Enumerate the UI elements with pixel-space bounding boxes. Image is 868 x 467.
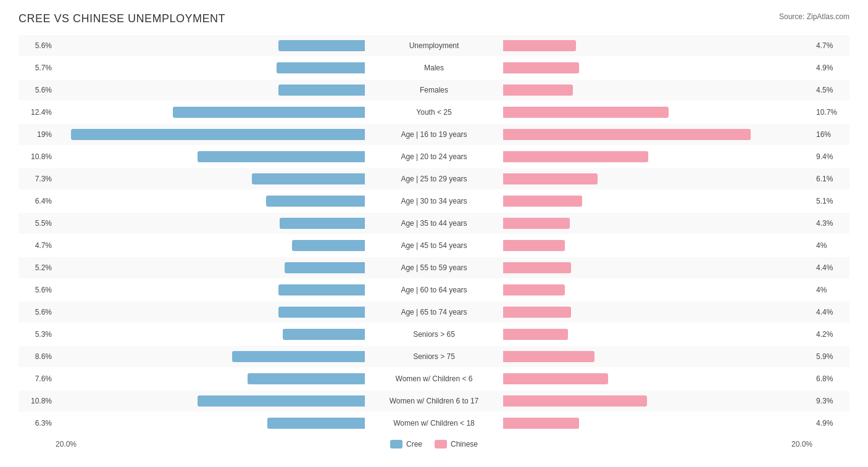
chart-row: 5.6% Age | 65 to 74 years 4.4% (19, 302, 849, 323)
row-label: Age | 35 to 44 years (366, 219, 502, 228)
right-value: 4.9% (812, 64, 849, 72)
bars-wrapper: Males (56, 57, 812, 78)
cree-bar (277, 62, 365, 73)
chinese-bar (503, 395, 647, 407)
cree-bar (292, 240, 365, 251)
chart-row: 19% Age | 16 to 19 years 16% (19, 124, 849, 145)
left-axis-label: 20.0% (56, 440, 77, 448)
chart-row: 5.6% Females 4.5% (19, 80, 849, 101)
cree-bar (71, 129, 365, 140)
bars-wrapper: Age | 55 to 59 years (56, 257, 812, 278)
legend-label-chinese: Chinese (451, 440, 478, 448)
chart-title: CREE VS CHINESE UNEMPLOYMENT (19, 12, 225, 25)
bars-wrapper: Seniors > 65 (56, 324, 812, 345)
legend: Cree Chinese (390, 440, 478, 448)
left-bar-container (56, 105, 366, 119)
right-bar-container (502, 261, 812, 275)
left-bar-container (56, 305, 366, 319)
right-value: 9.3% (812, 397, 849, 405)
chart-body: 5.6% Unemployment 4.7% 5.7% Males 4.9% 5… (19, 35, 849, 434)
right-bar-container (502, 105, 812, 119)
left-bar-container (56, 194, 366, 208)
left-bar-container (56, 261, 366, 275)
legend-label-cree: Cree (406, 440, 422, 448)
legend-item-chinese: Chinese (435, 440, 478, 448)
left-value: 5.3% (19, 330, 56, 339)
chinese-bar (503, 262, 571, 273)
cree-bar (198, 395, 365, 407)
chinese-bar (503, 373, 608, 384)
row-label: Age | 60 to 64 years (366, 286, 502, 294)
chinese-bar (503, 284, 565, 295)
chart-row: 6.4% Age | 30 to 34 years 5.1% (19, 191, 849, 212)
chart-row: 5.7% Males 4.9% (19, 57, 849, 78)
cree-bar (252, 173, 365, 184)
left-value: 8.6% (19, 352, 56, 361)
row-label: Seniors > 75 (366, 352, 502, 361)
cree-bar (280, 218, 365, 229)
cree-bar (232, 351, 365, 362)
cree-bar (278, 307, 365, 318)
left-value: 5.6% (19, 308, 56, 316)
chinese-bar (503, 418, 579, 429)
bars-wrapper: Age | 20 to 24 years (56, 146, 812, 167)
left-bar-container (56, 172, 366, 186)
chart-row: 5.6% Age | 60 to 64 years 4% (19, 279, 849, 300)
row-label: Women w/ Children 6 to 17 (366, 397, 502, 405)
bars-wrapper: Age | 16 to 19 years (56, 124, 812, 145)
bars-wrapper: Females (56, 80, 812, 101)
cree-bar (278, 284, 365, 295)
chart-footer: 20.0% Cree Chinese 20.0% (19, 440, 849, 448)
chinese-bar (503, 329, 568, 340)
cree-bar (283, 329, 365, 340)
chart-row: 5.6% Unemployment 4.7% (19, 35, 849, 56)
bars-wrapper: Women w/ Children < 18 (56, 413, 812, 434)
bars-wrapper: Women w/ Children < 6 (56, 368, 812, 389)
chart-row: 10.8% Women w/ Children 6 to 17 9.3% (19, 391, 849, 411)
left-bar-container (56, 372, 366, 386)
chinese-bar (503, 351, 595, 362)
bars-wrapper: Youth < 25 (56, 102, 812, 123)
cree-bar (278, 85, 365, 96)
chart-header: CREE VS CHINESE UNEMPLOYMENT Source: Zip… (19, 12, 849, 25)
left-value: 5.5% (19, 219, 56, 228)
right-bar-container (502, 283, 812, 297)
chart-row: 5.5% Age | 35 to 44 years 4.3% (19, 213, 849, 234)
left-bar-container (56, 416, 366, 430)
right-value: 6.1% (812, 175, 849, 183)
chinese-bar (503, 40, 576, 51)
bars-wrapper: Age | 35 to 44 years (56, 213, 812, 234)
chart-row: 10.8% Age | 20 to 24 years 9.4% (19, 146, 849, 167)
right-value: 4.2% (812, 330, 849, 339)
chart-container: CREE VS CHINESE UNEMPLOYMENT Source: Zip… (19, 12, 849, 448)
bars-wrapper: Women w/ Children 6 to 17 (56, 391, 812, 411)
chart-source: Source: ZipAtlas.com (779, 12, 849, 21)
left-value: 5.2% (19, 263, 56, 272)
row-label: Youth < 25 (366, 108, 502, 117)
left-value: 12.4% (19, 108, 56, 117)
right-bar-container (502, 39, 812, 52)
left-bar-container (56, 217, 366, 230)
right-value: 5.9% (812, 352, 849, 361)
legend-color-chinese (435, 440, 447, 448)
left-bar-container (56, 328, 366, 341)
chart-row: 5.3% Seniors > 65 4.2% (19, 324, 849, 345)
chart-row: 5.2% Age | 55 to 59 years 4.4% (19, 257, 849, 278)
left-value: 7.3% (19, 175, 56, 183)
right-value: 4% (812, 286, 849, 294)
row-label: Age | 20 to 24 years (366, 152, 502, 161)
cree-bar (278, 40, 365, 51)
right-bar-container (502, 150, 812, 163)
left-bar-container (56, 150, 366, 163)
left-value: 5.7% (19, 64, 56, 72)
chart-row: 7.6% Women w/ Children < 6 6.8% (19, 368, 849, 389)
chinese-bar (503, 129, 751, 140)
chart-row: 8.6% Seniors > 75 5.9% (19, 346, 849, 367)
right-bar-container (502, 172, 812, 186)
left-bar-container (56, 128, 366, 141)
chinese-bar (503, 173, 598, 184)
right-bar-container (502, 61, 812, 75)
row-label: Age | 16 to 19 years (366, 130, 502, 139)
left-value: 5.6% (19, 41, 56, 50)
bars-wrapper: Age | 60 to 64 years (56, 279, 812, 300)
